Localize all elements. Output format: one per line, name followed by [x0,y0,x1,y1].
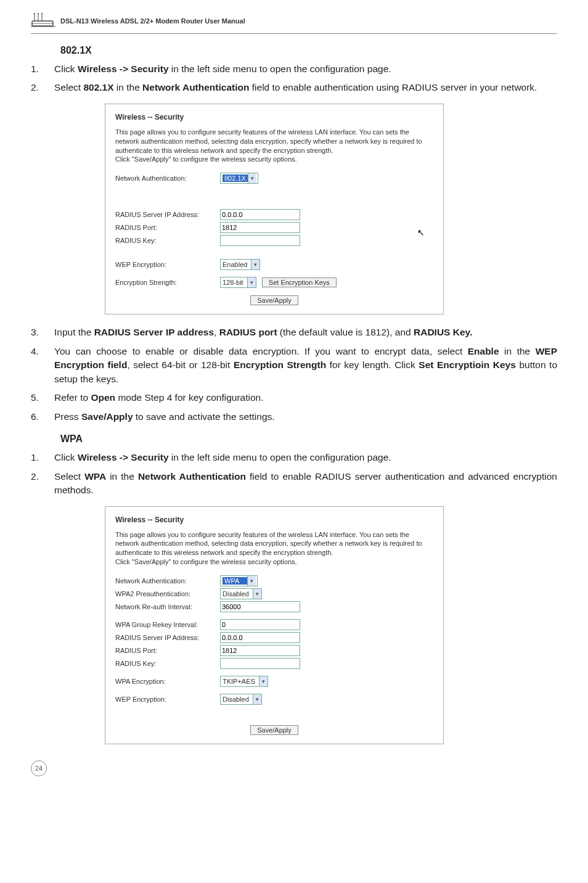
radius-port-input[interactable] [220,645,300,656]
net-auth-label: Network Authentication: [115,577,220,585]
chevron-down-icon: ▾ [253,694,261,704]
step-body: You can choose to enable or disable data… [54,345,557,386]
security-panel-8021x: Wireless -- Security This page allows yo… [105,104,444,314]
step-num: 4. [31,345,54,386]
enc-strength-select[interactable]: 128-bit ▾ [220,277,256,288]
wep-enc-label: WEP Encryption: [115,696,220,703]
step-num: 3. [31,326,54,339]
save-apply-button[interactable]: Save/Apply [250,725,298,735]
panel-desc: This page allows you to configure securi… [115,128,433,164]
svg-point-3 [34,13,35,14]
step-num: 1. [31,62,54,76]
radius-key-label: RADIUS Key: [115,237,220,244]
chevron-down-icon: ▾ [251,260,259,269]
radius-key-label: RADIUS Key: [115,660,220,667]
reauth-label: Network Re-auth Interval: [115,603,220,610]
step-num: 1. [31,451,54,464]
radius-ip-label: RADIUS Server IP Address: [115,634,220,641]
radius-key-input[interactable] [220,658,300,669]
page-number: 24 [31,760,47,776]
wpa-enc-label: WPA Encryption: [115,678,220,685]
chevron-down-icon: ▾ [248,173,256,183]
step-num: 2. [31,470,54,498]
router-icon [31,12,55,30]
manual-title: DSL-N13 Wireless ADSL 2/2+ Modem Router … [60,17,245,25]
wpa-enc-select[interactable]: TKIP+AES ▾ [220,676,268,687]
reauth-input[interactable] [220,601,300,612]
step-body: Input the RADIUS Server IP address, RADI… [54,326,557,339]
security-panel-wpa: Wireless -- Security This page allows yo… [105,506,444,744]
radius-port-label: RADIUS Port: [115,647,220,654]
radius-key-input[interactable] [220,235,300,246]
radius-ip-input[interactable] [220,632,300,643]
step-num: 5. [31,391,54,405]
chevron-down-icon: ▾ [259,676,267,686]
step-body: Select 802.1X in the Network Authenticat… [54,81,557,94]
panel-title: Wireless -- Security [115,515,433,524]
radius-port-input[interactable] [220,222,300,233]
wep-enc-select[interactable]: Enabled ▾ [220,259,260,270]
svg-point-4 [38,13,39,14]
net-auth-select[interactable]: 802.1X ▾ [220,173,258,184]
steps-wpa-top: 1. Click Wireless -> Security in the lef… [31,451,557,497]
steps-8021x-bottom: 3. Input the RADIUS Server IP address, R… [31,326,557,424]
chevron-down-icon: ▾ [247,277,256,287]
chevron-down-icon: ▾ [247,576,256,586]
step-body: Click Wireless -> Security in the left s… [54,62,557,76]
wpa2-preauth-label: WPA2 Preauthentication: [115,590,220,598]
section-heading-wpa: WPA [60,433,557,445]
step-num: 2. [31,81,54,94]
page-header: DSL-N13 Wireless ADSL 2/2+ Modem Router … [31,12,557,34]
group-rekey-label: WPA Group Rekey Interval: [115,621,220,628]
radius-port-label: RADIUS Port: [115,224,220,231]
chevron-down-icon: ▾ [253,589,261,599]
enc-strength-label: Encryption Strength: [115,279,220,286]
step-body: Select WPA in the Network Authentication… [54,470,557,498]
wpa2-preauth-select[interactable]: Disabled ▾ [220,588,262,599]
step-body: Click Wireless -> Security in the left s… [54,451,557,464]
radius-ip-input[interactable] [220,209,300,220]
wep-enc-label: WEP Encryption: [115,261,220,268]
net-auth-select[interactable]: WPA ▾ [220,575,258,586]
set-encryption-keys-button[interactable]: Set Encryption Keys [262,277,337,287]
cursor-icon: ↖ [417,228,425,237]
section-heading-8021x: 802.1X [60,45,557,56]
panel-desc: This page allows you to configure securi… [115,530,433,567]
save-apply-button[interactable]: Save/Apply [250,295,298,305]
panel-title: Wireless -- Security [115,113,433,121]
radius-ip-label: RADIUS Server IP Address: [115,211,220,218]
wep-enc-select[interactable]: Disabled ▾ [220,694,262,705]
group-rekey-input[interactable] [220,619,300,630]
svg-point-5 [41,13,43,14]
steps-8021x-top: 1. Click Wireless -> Security in the lef… [31,62,557,95]
step-body: Press Save/Apply to save and activate th… [54,410,557,424]
net-auth-label: Network Authentication: [115,175,220,182]
step-num: 6. [31,410,54,424]
step-body: Refer to Open mode Step 4 for key config… [54,391,557,405]
